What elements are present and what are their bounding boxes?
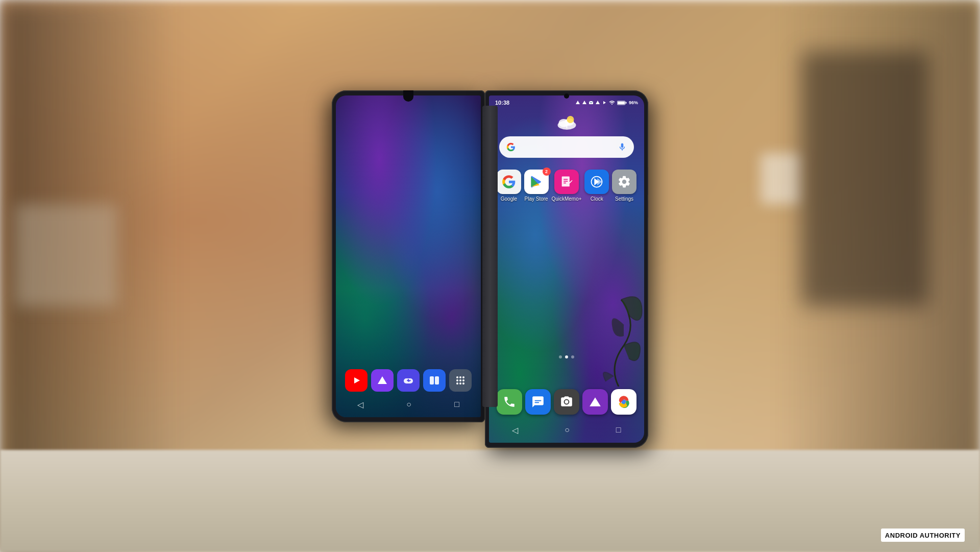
left-water-reflection: [336, 289, 481, 417]
front-camera: [564, 93, 569, 99]
notification-icon: [575, 100, 580, 105]
bg-furniture: [15, 204, 117, 306]
wifi-icon: [608, 100, 616, 105]
quickmemo-app[interactable]: QuickMemo+: [551, 170, 581, 202]
svg-rect-4: [408, 379, 409, 382]
page-dots: [559, 355, 574, 358]
left-notch: [403, 90, 413, 102]
svg-marker-19: [582, 101, 586, 104]
settings-label: Settings: [615, 196, 633, 202]
battery-percent: 96%: [629, 100, 638, 105]
svg-point-15: [456, 382, 458, 385]
left-screen: ◁ ○ □: [336, 95, 481, 417]
back-button-left[interactable]: ◁: [357, 400, 363, 410]
svg-point-13: [459, 379, 461, 381]
multiwindow-icon[interactable]: [423, 369, 446, 392]
svg-point-9: [456, 376, 458, 378]
play-store-badge: 2: [543, 167, 551, 176]
table-surface: [0, 450, 980, 552]
svg-rect-25: [618, 102, 625, 104]
weather-icon: [553, 112, 581, 132]
watermark-text: ANDROID AUTHORITY: [885, 532, 961, 539]
clock-label: Clock: [591, 196, 603, 202]
google-app[interactable]: Google: [497, 170, 521, 202]
phone-dock-icon[interactable]: [497, 389, 522, 415]
search-bar[interactable]: [499, 136, 634, 158]
left-phone: ◁ ○ □: [332, 90, 485, 422]
notification-icon-2: [582, 100, 587, 105]
volume-button: [332, 182, 332, 210]
lg-icon[interactable]: [371, 369, 394, 392]
right-nav-bar: ◁ ○ □: [489, 425, 644, 435]
svg-point-12: [456, 379, 458, 381]
play-store-label: Play Store: [525, 196, 548, 202]
home-button-left[interactable]: ○: [406, 400, 411, 409]
home-button-right[interactable]: ○: [565, 425, 570, 435]
quickmemo-label: QuickMemo+: [551, 196, 581, 202]
youtube-icon[interactable]: [345, 369, 368, 392]
settings-icon[interactable]: [612, 170, 636, 194]
bg-chair: [801, 51, 929, 306]
google-app-icon[interactable]: [497, 170, 521, 194]
page-dot-1: [559, 355, 562, 358]
play-store-icon[interactable]: 2: [524, 170, 549, 194]
status-icons: 96%: [575, 100, 638, 105]
right-phone: 10:38: [485, 90, 648, 448]
svg-point-16: [459, 382, 461, 385]
svg-point-10: [459, 376, 461, 378]
right-dock: [489, 389, 644, 415]
svg-marker-18: [576, 101, 580, 104]
svg-marker-21: [596, 101, 600, 104]
bg-mug: [761, 153, 801, 204]
volume-button-right: [648, 200, 648, 218]
left-wallpaper: ◁ ○ □: [336, 95, 481, 417]
play-store-app[interactable]: 2 Play Store: [524, 170, 549, 202]
watermark-brand: ANDROID: [885, 532, 920, 539]
svg-point-17: [462, 382, 464, 385]
clock-app[interactable]: Clock: [584, 170, 609, 202]
quickmemo-icon[interactable]: [554, 170, 579, 194]
battery-icon: [617, 100, 627, 105]
camera-dock-icon[interactable]: [554, 389, 579, 415]
apps-icon[interactable]: [449, 369, 472, 392]
svg-point-5: [410, 380, 411, 381]
recents-button-right[interactable]: □: [616, 425, 621, 435]
svg-point-6: [409, 380, 410, 381]
right-screen: 10:38: [489, 95, 644, 443]
svg-rect-24: [625, 102, 626, 104]
svg-marker-0: [354, 377, 360, 383]
settings-app[interactable]: Settings: [612, 170, 636, 202]
svg-marker-22: [603, 101, 606, 104]
right-wallpaper: 10:38: [489, 95, 644, 443]
svg-rect-7: [430, 376, 434, 385]
status-time: 10:38: [495, 100, 509, 106]
decorative-leaves: [578, 274, 644, 387]
clock-icon[interactable]: [584, 170, 609, 194]
left-dock: [336, 369, 481, 392]
watermark: ANDROID AUTHORITY: [881, 529, 965, 542]
svg-rect-37: [535, 400, 542, 401]
mic-icon[interactable]: [618, 142, 627, 152]
play-icon: [602, 100, 607, 105]
svg-rect-8: [435, 376, 439, 385]
page-dot-2: [565, 355, 568, 358]
svg-rect-38: [535, 402, 540, 403]
svg-marker-39: [590, 397, 601, 406]
signal-icon: [595, 100, 600, 105]
game-icon[interactable]: [397, 369, 420, 392]
messages-dock-icon[interactable]: [525, 389, 551, 415]
chrome-dock-icon[interactable]: [611, 389, 636, 415]
svg-point-14: [462, 379, 464, 381]
watermark-bold: AUTHORITY: [920, 532, 961, 539]
power-button: [648, 167, 648, 195]
google-logo: [506, 142, 516, 152]
recents-button-left[interactable]: □: [454, 400, 459, 409]
left-nav-bar: ◁ ○ □: [336, 400, 481, 410]
page-dot-3: [571, 355, 574, 358]
weather-widget[interactable]: [553, 112, 581, 132]
gallery-dock-icon[interactable]: [582, 389, 608, 415]
google-app-label: Google: [501, 196, 517, 202]
svg-point-11: [462, 376, 464, 378]
svg-marker-1: [378, 376, 387, 384]
back-button-right[interactable]: ◁: [512, 425, 518, 435]
